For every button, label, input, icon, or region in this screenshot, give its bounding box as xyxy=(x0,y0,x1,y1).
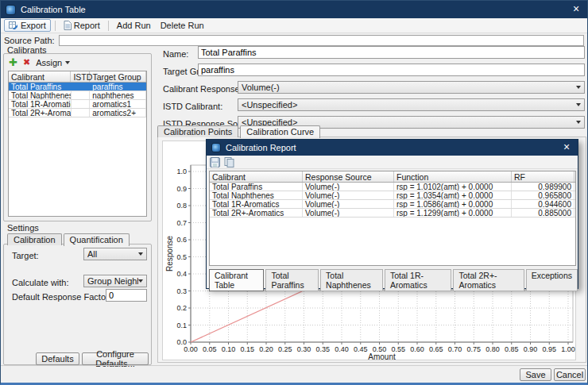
report-close-icon[interactable]: × xyxy=(560,141,573,154)
chart-text: 0.75 xyxy=(466,345,481,353)
source-path-row: Source Path: xyxy=(1,33,587,47)
report-titlebar[interactable]: Calibration Report × xyxy=(207,140,578,156)
calibrants-group: ✚ ✖ Assign CalibrantISTDTarget Group Tot… xyxy=(3,53,152,221)
table-cell xyxy=(72,91,91,99)
copy-pages-icon[interactable] xyxy=(224,157,234,167)
report-table-cell: 0.989900 xyxy=(512,183,574,191)
target-select[interactable]: All xyxy=(83,248,147,260)
chart-text: 0.85 xyxy=(505,345,519,353)
calibrant-response-source-select[interactable]: Volume(-) xyxy=(238,81,585,94)
report-table-cell: rsp = 1.0354(amt) + 0.0000 xyxy=(394,191,512,199)
report-table: CalibrantResponse SourceFunctionRF Total… xyxy=(209,171,576,266)
report-table-header: CalibrantResponse SourceFunctionRF xyxy=(210,171,575,183)
table-cell xyxy=(72,83,91,90)
report-table-row[interactable]: Total 2R+-AromaticsVolume(-)rsp = 1.1299… xyxy=(210,209,575,218)
report-table-cell: 0.885000 xyxy=(512,209,574,217)
chart-text: 0.90 xyxy=(524,345,538,353)
chart-text: 0.25 xyxy=(278,345,292,353)
export-button[interactable]: Export xyxy=(4,19,51,32)
table-row[interactable]: Total 1R-Aromaticsaromatics1 xyxy=(9,100,146,109)
tab-quantification[interactable]: Quantification xyxy=(64,233,130,246)
calibration-table-window: Calibration Table × Export Report xyxy=(0,0,588,385)
table-cell: naphthenes xyxy=(90,91,146,99)
chart-text: 0.05 xyxy=(203,345,217,353)
tab-calibration-curve[interactable]: Calibration Curve xyxy=(240,125,320,138)
table-cell: Total Paraffins xyxy=(9,83,72,90)
assign-dropdown-button[interactable]: Assign xyxy=(36,58,70,67)
report-table-cell: Total Naphthenes xyxy=(210,191,303,199)
report-tab-total-paraffins[interactable]: Total Paraffins xyxy=(265,269,319,291)
table-row[interactable]: Total 2R+-Aromaticsaromatics2+ xyxy=(9,109,146,117)
window-titlebar[interactable]: Calibration Table × xyxy=(1,1,587,18)
report-toolbar xyxy=(207,156,578,169)
tab-calibration[interactable]: Calibration xyxy=(7,233,62,245)
report-tab-calibrant-table[interactable]: Calibrant Table xyxy=(209,269,264,291)
report-table-cell: Volume(-) xyxy=(303,183,394,191)
table-cell: aromatics2+ xyxy=(90,109,146,117)
chart-text: 0.80 xyxy=(485,345,500,353)
calibrant-response-source-value: Volume(-) xyxy=(242,83,576,92)
istd-calibrant-value: <Unspecified> xyxy=(242,100,576,110)
report-table-row[interactable]: Total NaphthenesVolume(-)rsp = 1.0354(am… xyxy=(210,191,575,200)
close-icon[interactable]: × xyxy=(570,3,582,16)
chart-text: Response xyxy=(165,236,174,271)
add-run-label: Add Run xyxy=(117,21,151,30)
calibrants-table-header: CalibrantISTDTarget Group xyxy=(9,71,146,83)
chart-text: 0.9 xyxy=(176,185,187,193)
report-table-row[interactable]: Total ParaffinsVolume(-)rsp = 1.0102(amt… xyxy=(210,183,575,191)
table-row[interactable]: Total Paraffinsparaffins xyxy=(9,83,146,91)
table-row[interactable]: Total Naphthenesnaphthenes xyxy=(9,91,146,100)
report-table-cell: Volume(-) xyxy=(303,209,394,217)
tab-calibration-points[interactable]: Calibration Points xyxy=(157,125,238,137)
chart-text: 0.30 xyxy=(297,345,311,353)
table-cell: paraffins xyxy=(90,83,146,90)
source-path-input[interactable] xyxy=(59,35,584,46)
delete-x-icon[interactable]: ✖ xyxy=(23,58,30,67)
report-button[interactable]: Report xyxy=(60,20,104,31)
calibrants-table: CalibrantISTDTarget Group Total Paraffin… xyxy=(8,71,147,217)
report-column-header-calibrant[interactable]: Calibrant xyxy=(210,171,303,182)
default-rf-input[interactable] xyxy=(106,289,147,302)
report-table-cell: rsp = 1.0102(amt) + 0.0000 xyxy=(394,183,512,191)
add-run-button[interactable]: Add Run xyxy=(113,20,155,31)
report-table-cell: 0.944600 xyxy=(512,200,574,208)
assign-label: Assign xyxy=(36,58,62,67)
chevron-down-icon xyxy=(138,252,143,256)
column-header-target-group[interactable]: Target Group xyxy=(90,71,146,82)
report-tab-total-1r-aromatics[interactable]: Total 1R-Aromatics xyxy=(385,269,451,291)
chart-text: 0.3 xyxy=(176,287,187,295)
report-document-icon xyxy=(64,21,72,30)
defaults-button[interactable]: Defaults xyxy=(36,352,79,365)
configure-defaults-button[interactable]: Configure Defaults... xyxy=(82,352,149,365)
report-tab-exceptions[interactable]: Exceptions xyxy=(526,269,578,291)
column-header-istd[interactable]: ISTD xyxy=(71,71,90,82)
chart-text: 0.15 xyxy=(240,345,254,353)
delete-run-button[interactable]: Delete Run xyxy=(157,20,208,31)
column-header-calibrant[interactable]: Calibrant xyxy=(9,71,71,82)
report-column-header-response-source[interactable]: Response Source xyxy=(303,171,394,182)
chart-text: 0.8 xyxy=(176,202,187,210)
chart-text: 0.1 xyxy=(176,321,187,329)
calculate-with-select[interactable]: Group Neighbor xyxy=(83,275,147,287)
report-column-header-function[interactable]: Function xyxy=(394,171,512,182)
add-plus-icon[interactable]: ✚ xyxy=(9,57,17,67)
report-column-header-rf[interactable]: RF xyxy=(512,171,574,182)
report-tab-total-naphthenes[interactable]: Total Naphthenes xyxy=(320,269,383,291)
save-floppy-icon[interactable] xyxy=(210,157,220,167)
report-tab-total-2r-aromatics[interactable]: Total 2R+-Aromatics xyxy=(453,269,524,291)
delete-run-label: Delete Run xyxy=(161,21,204,30)
settings-group-label: Settings xyxy=(7,223,39,233)
chart-text: 0.5 xyxy=(176,253,187,261)
report-table-cell: Total Paraffins xyxy=(210,183,303,191)
save-button[interactable]: Save xyxy=(520,368,551,381)
istd-calibrant-select[interactable]: <Unspecified> xyxy=(238,98,585,111)
report-app-icon xyxy=(211,143,221,152)
table-cell: Total 1R-Aromatics xyxy=(9,100,72,108)
curve-tabs: Calibration PointsCalibration Curve xyxy=(157,125,322,137)
report-table-cell: Volume(-) xyxy=(303,191,394,199)
target-group-input[interactable] xyxy=(198,64,585,76)
name-input[interactable] xyxy=(198,46,585,59)
report-table-row[interactable]: Total 1R-AromaticsVolume(-)rsp = 1.0586(… xyxy=(210,200,575,209)
cancel-button[interactable]: Cancel xyxy=(554,368,586,381)
chart-text: 0.40 xyxy=(335,345,349,353)
